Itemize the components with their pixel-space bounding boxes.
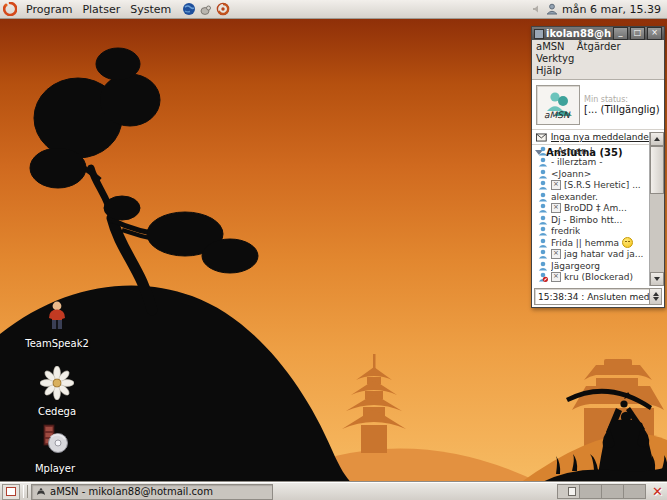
contact-name: Jägargeorg [551, 261, 600, 271]
workspace-3[interactable] [602, 485, 624, 498]
workspace-2[interactable] [580, 485, 602, 498]
menu-amsn[interactable]: aMSN [536, 41, 565, 52]
display-picture-icon: × [551, 180, 561, 190]
user-presence-icon[interactable] [546, 3, 558, 15]
workspace-1[interactable] [558, 485, 580, 498]
desktop-icon-mplayer[interactable]: Mplayer [13, 423, 97, 476]
contact-name: [S.R.S Heretic] ... [564, 180, 641, 190]
workspace-switcher[interactable] [557, 484, 646, 499]
desktop-icon-cedega[interactable]: Cedega [15, 366, 99, 419]
amsn-titlebar[interactable]: ikolan88@ho _ □ × [532, 27, 664, 40]
buddy-online-icon [538, 169, 548, 179]
arrow-up-icon [654, 137, 660, 141]
buddy-online-icon [538, 249, 548, 259]
taskbar-handle[interactable] [23, 485, 28, 498]
connection-status-text: 15:38:34 : Ansluten med mik [535, 292, 649, 302]
buddy-blocked-icon [538, 272, 548, 282]
status-column: Min status: [... (Tillgänglig) [584, 85, 660, 125]
swirl-launcher-icon[interactable] [216, 2, 230, 16]
contact-row[interactable]: ×kru (Blockerad) [532, 272, 650, 284]
amsn-logo-icon: aMSN [540, 89, 576, 121]
scrollbar-track[interactable] [650, 146, 664, 272]
taskbar-right: ✕ [557, 484, 663, 499]
amsn-body: aMSN Min status: [... (Tillgänglig) Inga… [532, 80, 664, 307]
filmstrip-cd-icon [38, 423, 72, 457]
amsn-menubar: aMSN Åtgärder Verktyg Hjälp [532, 40, 664, 80]
contact-row[interactable]: - Arman | [532, 145, 650, 157]
panel-right: mån 6 mar, 15.39 [532, 3, 663, 16]
show-desktop-button[interactable] [2, 484, 20, 500]
web-browser-icon[interactable] [182, 2, 196, 16]
window-icon [534, 29, 544, 39]
status-stepper[interactable] [649, 289, 661, 304]
clock[interactable]: mån 6 mar, 15.39 [562, 3, 663, 16]
contact-list-area: Anslutna (35) - Arman |- illerztam -<Joa… [532, 145, 664, 286]
maximize-button[interactable]: □ [630, 27, 645, 40]
contact-list: - Arman |- illerztam -<Joann>×[S.R.S Her… [532, 145, 650, 286]
contact-name: kru (Blockerad) [564, 272, 633, 282]
scrollbar[interactable] [649, 132, 664, 286]
svg-text:aMSN: aMSN [544, 110, 571, 120]
volume-icon[interactable] [532, 4, 542, 14]
distro-menu-icon[interactable] [3, 2, 17, 16]
taskbar: aMSN - mikolan88@hotmail.com ✕ [0, 482, 667, 500]
menu-system[interactable]: System [125, 2, 176, 17]
menu-verktyg[interactable]: Verktyg [536, 53, 574, 64]
arrow-down-icon [654, 277, 660, 281]
status-label: Min status: [584, 95, 660, 104]
scroll-down-button[interactable] [650, 272, 664, 286]
contact-name: alexander. [551, 192, 598, 202]
contact-row[interactable]: - illerztam - [532, 157, 650, 169]
scroll-up-button[interactable] [650, 132, 664, 146]
status-value[interactable]: [... (Tillgänglig) [584, 104, 660, 115]
contact-name: - illerztam - [551, 157, 603, 167]
contact-name: - Arman | [551, 146, 593, 156]
contact-row[interactable]: alexander. [532, 191, 650, 203]
menu-program[interactable]: Program [21, 2, 77, 17]
buddy-online-icon [538, 215, 548, 225]
task-button-label: aMSN - mikolan88@hotmail.com [50, 486, 213, 497]
contact-name: Frida || hemma [551, 238, 619, 248]
buddy-online-icon [538, 146, 548, 156]
contact-row[interactable]: ×jag hatar vad ja... [532, 249, 650, 261]
close-button[interactable]: × [647, 27, 662, 40]
contact-row[interactable]: fredrik [532, 226, 650, 238]
mini-window-icon [568, 487, 576, 496]
red-x-applet-icon[interactable]: ✕ [652, 485, 663, 498]
contact-name: BroDD ‡ Am... [564, 203, 627, 213]
display-picture-icon: × [551, 203, 561, 213]
display-picture-icon: × [551, 249, 561, 259]
menu-platser[interactable]: Platser [77, 2, 125, 17]
stepper-down-icon [653, 297, 659, 301]
minimize-button[interactable]: _ [613, 27, 628, 40]
contact-row[interactable]: ×BroDD ‡ Am... [532, 203, 650, 215]
desktop-icon-label: Cedega [38, 406, 76, 417]
contact-row[interactable]: Frida || hemma [532, 237, 650, 249]
buddy-online-icon [538, 157, 548, 167]
window-title: ikolan88@ho [546, 28, 611, 39]
contact-name: Dj - Bimbo htt... [551, 215, 622, 225]
amsn-statusbar: 15:38:34 : Ansluten med mik [534, 288, 662, 305]
profile-row: aMSN Min status: [... (Tillgänglig) [532, 81, 664, 129]
desktop-icon-teamspeak2[interactable]: TeamSpeak2 [15, 298, 99, 351]
contact-row[interactable]: Jägargeorg [532, 260, 650, 272]
display-picture-icon: × [551, 272, 561, 282]
buddy-online-icon [538, 192, 548, 202]
top-panel: ProgramPlatserSystem mån 6 mar, 15.39 [0, 0, 667, 19]
menu-atgarder[interactable]: Åtgärder [577, 41, 621, 52]
amsn-taskbar-icon [36, 487, 46, 496]
new-mail-link[interactable]: Inga nya meddelanden i i... [551, 132, 660, 142]
contact-row[interactable]: ×[S.R.S Heretic] ... [532, 180, 650, 192]
contact-row[interactable]: Dj - Bimbo htt... [532, 214, 650, 226]
menu-hjalp[interactable]: Hjälp [536, 65, 562, 76]
smiley-icon [622, 237, 633, 248]
workspace-4[interactable] [624, 485, 645, 498]
buddy-online-icon [538, 261, 548, 271]
mouse-launcher-icon[interactable] [199, 2, 213, 16]
contact-row[interactable]: <Joann> [532, 168, 650, 180]
scrollbar-thumb[interactable] [650, 146, 664, 194]
task-button-amsn[interactable]: aMSN - mikolan88@hotmail.com [31, 484, 273, 500]
buddy-online-icon [538, 238, 548, 248]
avatar[interactable]: aMSN [536, 85, 580, 125]
stepper-up-icon [653, 292, 659, 296]
